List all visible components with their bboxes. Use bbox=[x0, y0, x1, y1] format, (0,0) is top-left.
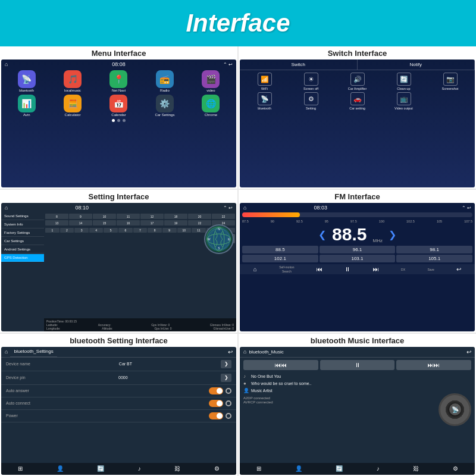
bt-nav-user-icon[interactable]: 👤 bbox=[57, 465, 64, 472]
btm-back-icon[interactable]: ↩ bbox=[466, 349, 471, 355]
bt-nav-refresh-icon[interactable]: 🔄 bbox=[97, 465, 104, 472]
bt-device-name-arrow[interactable]: ❯ bbox=[221, 360, 231, 368]
fm-preset-4[interactable]: 102.1 bbox=[242, 255, 318, 262]
setting-home-icon[interactable]: ⌂ bbox=[5, 205, 8, 211]
app-localmusic[interactable]: 🎵 localmusic bbox=[51, 70, 94, 92]
bt-nav-music-icon[interactable]: ♪ bbox=[138, 465, 141, 472]
bluetooth-label: bluetooth bbox=[19, 89, 34, 92]
switch-screenoff[interactable]: ☀ Screen off bbox=[289, 73, 333, 90]
dot-2[interactable] bbox=[117, 119, 120, 122]
app-chrome[interactable]: 🌐 Chrome bbox=[189, 95, 233, 117]
setting-cell-15: 22 bbox=[188, 220, 211, 226]
bt-auto-answer-circle bbox=[226, 388, 231, 394]
bt-auto-answer-row: Auto answer bbox=[1, 385, 236, 397]
glonass-inuse: GlonasInUse: 0 bbox=[214, 327, 234, 330]
btm-home-icon[interactable]: ⌂ bbox=[243, 349, 246, 355]
bt-setting-title: bluetooth Setting Interface bbox=[70, 336, 168, 345]
bt-auto-connect-toggle[interactable] bbox=[209, 400, 223, 407]
fm-ctrl-selfmotion[interactable]: Self-motion Search bbox=[279, 265, 294, 273]
fm-ctrl-next[interactable]: ⏭ bbox=[373, 266, 379, 273]
fm-save-label: Save bbox=[427, 268, 434, 271]
app-calculator[interactable]: 🧮 Calculator bbox=[51, 95, 94, 117]
menu-car-settings[interactable]: Car Settings bbox=[1, 237, 44, 245]
fm-ctrl-dx[interactable]: DX bbox=[401, 268, 405, 271]
btm-note-icon: ♪ bbox=[243, 374, 249, 379]
fm-ctrl-save[interactable]: Save bbox=[427, 268, 434, 271]
fm-preset-5[interactable]: 103.1 bbox=[320, 255, 396, 262]
fm-prev-icon: ⏮ bbox=[317, 266, 322, 273]
menu-android-settings[interactable]: Android Settings bbox=[1, 246, 44, 253]
switch-wifi[interactable]: 📶 WiFi bbox=[242, 73, 287, 90]
switch-setting-label: Setting bbox=[306, 107, 316, 110]
chrome-label: Chrome bbox=[205, 113, 217, 117]
fm-next-button[interactable]: ❯ bbox=[389, 229, 396, 240]
page-dots bbox=[1, 119, 236, 122]
bt-auto-answer-toggle[interactable] bbox=[209, 387, 223, 394]
menu-gps-detection[interactable]: GPS Detection bbox=[1, 254, 44, 262]
switch-videoout[interactable]: 📺 Video output bbox=[381, 92, 426, 110]
btm-nav-gear-icon[interactable]: ⚙ bbox=[453, 465, 458, 472]
switch-amplifier[interactable]: 🔊 Car Amplifier bbox=[335, 73, 380, 90]
fm-scale: 87.5 90 92.5 95 97.5 100 102.5 105 107.5 bbox=[240, 220, 475, 223]
switch-row1: 📶 WiFi ☀ Screen off 🔊 Car Amplifier 🔄 Cl… bbox=[240, 70, 475, 112]
calculator-label: Calculator bbox=[65, 113, 81, 117]
btm-fastforward-button[interactable]: ⏭⏭ bbox=[396, 360, 471, 370]
bt-nav-grid-icon[interactable]: ⊞ bbox=[18, 465, 23, 472]
bt-device-pin-value: 0000 bbox=[26, 375, 221, 380]
bt-nav-gear-icon[interactable]: ⚙ bbox=[214, 465, 220, 472]
localmusic-icon: 🎵 bbox=[64, 70, 82, 88]
setting-topbar: ⌂ 08:10 ⌃ ↩ bbox=[1, 203, 236, 212]
bt-power-toggle[interactable] bbox=[209, 412, 223, 419]
fm-preset-6[interactable]: 105.1 bbox=[396, 255, 472, 262]
menu-factory-settings[interactable]: Factory Settings bbox=[1, 229, 44, 237]
dot-3[interactable] bbox=[123, 119, 126, 122]
btm-nav-link-icon[interactable]: ⛓ bbox=[413, 465, 419, 472]
bt-music-screen: ⌂ bluetooth_Music ↩ ⏮⏮ ⏸ ⏭⏭ ♪ No One But… bbox=[240, 347, 475, 475]
btm-nav-music-icon[interactable]: ♪ bbox=[377, 465, 380, 472]
fm-ctrl-prev[interactable]: ⏮ bbox=[317, 266, 322, 273]
home-icon[interactable]: ⌂ bbox=[5, 61, 8, 67]
bt-back-icon[interactable]: ↩ bbox=[228, 349, 233, 355]
fm-preset-1[interactable]: 88.5 bbox=[242, 246, 318, 253]
menu-sound-settings[interactable]: Sound Settings bbox=[1, 212, 44, 220]
bt-nav-link-icon[interactable]: ⛓ bbox=[174, 465, 180, 472]
dot-1[interactable] bbox=[112, 119, 115, 122]
switch-cleanup[interactable]: 🔄 Clean-up bbox=[381, 73, 426, 90]
btm-rewind-button[interactable]: ⏮⏮ bbox=[243, 360, 318, 370]
app-car-settings[interactable]: ⚙️ Car Settings bbox=[143, 95, 186, 117]
btm-nav-refresh-icon[interactable]: 🔄 bbox=[336, 465, 343, 472]
fm-ctrl-pause[interactable]: ⏸ bbox=[345, 266, 350, 273]
app-bluetooth[interactable]: 📡 bluetooth bbox=[5, 70, 48, 92]
fm-prev-button[interactable]: ❮ bbox=[318, 229, 326, 240]
btm-nav-grid-icon[interactable]: ⊞ bbox=[256, 465, 261, 472]
app-calendar[interactable]: 📅 Calendar bbox=[97, 95, 140, 117]
fm-preset-2[interactable]: 96.1 bbox=[320, 246, 396, 253]
bt-device-pin-row: Device pin 0000 ❯ bbox=[1, 371, 236, 385]
bt-device-pin-arrow[interactable]: ❯ bbox=[221, 374, 231, 382]
fm-ctrl-home[interactable]: ⌂ bbox=[253, 266, 257, 273]
app-video[interactable]: 🎬 video bbox=[189, 70, 233, 92]
bt-home-icon[interactable]: ⌂ bbox=[5, 349, 8, 355]
app-avin[interactable]: 📊 Avin bbox=[5, 95, 48, 117]
tab-notify[interactable]: Notify bbox=[358, 60, 475, 70]
tab-switch[interactable]: Switch bbox=[240, 60, 358, 70]
car-settings-icon: ⚙️ bbox=[156, 95, 174, 112]
switch-setting[interactable]: ⚙ Setting bbox=[289, 92, 333, 110]
app-netnavi[interactable]: 📍 Net Navi bbox=[97, 70, 140, 92]
menu-system-info[interactable]: System Info bbox=[1, 221, 44, 228]
app-grid: 📡 bluetooth 🎵 localmusic 📍 Net Navi 📻 Ra… bbox=[1, 69, 236, 118]
fm-home-icon[interactable]: ⌂ bbox=[243, 205, 246, 211]
app-radio[interactable]: 📻 Radio bbox=[143, 70, 186, 92]
setting-cell-4: 11 bbox=[117, 214, 140, 219]
btm-pause-button[interactable]: ⏸ bbox=[320, 360, 395, 370]
switch-carsetting[interactable]: 🚗 Car setting bbox=[335, 92, 380, 110]
fm-ctrl-return[interactable]: ↩ bbox=[456, 266, 461, 273]
svg-text:W: W bbox=[208, 237, 211, 241]
switch-bluetooth[interactable]: 📡 bluetooth bbox=[242, 92, 287, 110]
fm-preset-3[interactable]: 98.1 bbox=[396, 246, 472, 253]
switch-screenshot[interactable]: 📷 Screenshot bbox=[428, 73, 472, 90]
localmusic-label: localmusic bbox=[64, 89, 81, 92]
menu-cell: Menu Interface ⌂ 08:08 ⌃ ↩ 📡 bluetooth 🎵… bbox=[0, 46, 237, 189]
btm-nav-user-icon[interactable]: 👤 bbox=[295, 465, 302, 472]
switch-bluetooth-label: bluetooth bbox=[258, 107, 271, 110]
